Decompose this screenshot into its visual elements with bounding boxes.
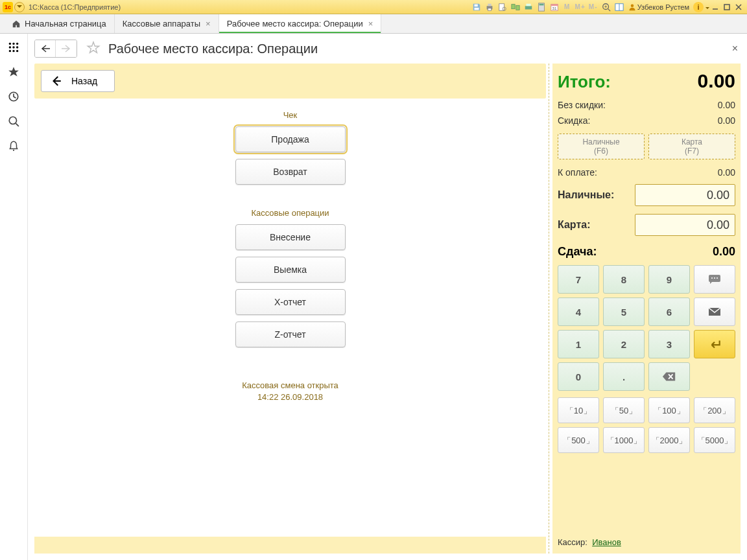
denom-100[interactable]: ⌜100⌟ (648, 397, 690, 423)
window-title: 1С:Касса (1С:Предприятие) (29, 3, 121, 11)
key-1[interactable]: 1 (558, 330, 599, 358)
calculator-icon[interactable] (536, 1, 547, 13)
svg-point-37 (9, 117, 16, 124)
key-7[interactable]: 7 (558, 265, 599, 294)
app-logo-icon: 1c (3, 2, 13, 12)
preview-icon[interactable] (497, 1, 508, 13)
cashier-link[interactable]: Иванов (592, 537, 621, 547)
sale-button[interactable]: Продажа (235, 126, 346, 152)
denom-5000[interactable]: ⌜5000⌟ (694, 427, 735, 453)
svg-rect-4 (488, 8, 491, 10)
key-comment[interactable] (694, 265, 735, 294)
tab-registers[interactable]: Кассовые аппараты × (115, 14, 219, 33)
nav-forward-button[interactable] (56, 40, 77, 57)
numpad: 7 8 9 4 5 6 1 2 3 0 . (558, 265, 735, 391)
card-payment-button[interactable]: Карта(F7) (648, 134, 735, 159)
denom-500[interactable]: ⌜500⌟ (558, 427, 599, 453)
return-button[interactable]: Возврат (235, 159, 346, 185)
nav-back-button[interactable] (35, 40, 56, 57)
back-button[interactable]: Назад (41, 70, 115, 92)
printer2-icon[interactable] (523, 1, 534, 13)
shift-status: Кассовая смена открыта (242, 380, 338, 391)
key-8[interactable]: 8 (603, 265, 645, 294)
denom-1000[interactable]: ⌜1000⌟ (603, 427, 645, 453)
svg-point-27 (9, 43, 11, 45)
tab-home-label: Начальная страница (25, 19, 106, 29)
tab-cashier-ops[interactable]: Рабочее место кассира: Операции × (219, 14, 382, 33)
tab-close-icon[interactable]: × (206, 19, 211, 29)
calendar-icon[interactable]: 31 (549, 1, 560, 13)
calc-mminus[interactable]: M- (587, 1, 599, 13)
close-button[interactable] (733, 1, 744, 13)
save-icon[interactable] (471, 1, 482, 13)
deposit-button[interactable]: Внесение (235, 224, 346, 250)
tab-close-icon[interactable]: × (368, 19, 374, 29)
top-band: Назад (34, 64, 546, 99)
key-3[interactable]: 3 (648, 330, 690, 358)
favorite-star-icon[interactable] (86, 41, 102, 56)
tab-registers-label: Кассовые аппараты (123, 19, 200, 29)
operations-list: Чек Продажа Возврат Кассовые операции Вн… (34, 99, 546, 537)
denominations-row1: ⌜10⌟ ⌜50⌟ ⌜100⌟ ⌜200⌟ (558, 397, 735, 423)
cash-payment-button[interactable]: Наличные(F6) (558, 134, 645, 159)
key-backspace[interactable] (648, 362, 690, 391)
history-icon[interactable] (6, 89, 21, 104)
total-row: Итого: 0.00 (558, 70, 735, 92)
svg-rect-7 (512, 4, 515, 8)
page-close-button[interactable]: × (732, 43, 738, 54)
zreport-button[interactable]: Z-отчет (235, 321, 346, 347)
panels-icon[interactable] (613, 1, 625, 13)
denominations-row2: ⌜500⌟ ⌜1000⌟ ⌜2000⌟ ⌜5000⌟ (558, 427, 735, 453)
nav-buttons (34, 40, 77, 58)
cashops-section-label: Кассовые операции (251, 208, 329, 218)
app-menu-dropdown[interactable] (14, 2, 25, 12)
card-input[interactable] (635, 214, 735, 236)
key-0[interactable]: 0 (558, 362, 599, 391)
svg-rect-24 (724, 5, 729, 10)
page-title: Рабочее место кассира: Операции (108, 41, 318, 56)
key-2[interactable]: 2 (603, 330, 645, 358)
denom-2000[interactable]: ⌜2000⌟ (648, 427, 690, 453)
svg-point-31 (12, 46, 14, 48)
maximize-button[interactable] (721, 1, 733, 13)
calc-m[interactable]: M (562, 1, 573, 13)
info-dropdown[interactable] (705, 3, 709, 11)
key-dot[interactable]: . (603, 362, 645, 391)
svg-point-41 (711, 277, 713, 279)
print-icon[interactable] (484, 1, 495, 13)
svg-point-34 (12, 50, 14, 52)
denom-50[interactable]: ⌜50⌟ (603, 397, 645, 423)
key-mail[interactable] (694, 298, 735, 326)
key-6[interactable]: 6 (648, 298, 690, 326)
change-label: Сдача: (558, 245, 597, 259)
menu-grid-icon[interactable] (6, 40, 21, 54)
tab-cashier-ops-label: Рабочее место кассира: Операции (227, 19, 363, 29)
xreport-button[interactable]: X-отчет (235, 289, 346, 315)
key-5[interactable]: 5 (603, 298, 645, 326)
window-titlebar: 1c 1С:Касса (1С:Предприятие) 31 M M+ M- … (0, 0, 747, 14)
minimize-button[interactable] (709, 1, 721, 13)
info-icon[interactable]: i (693, 2, 704, 12)
notifications-icon[interactable] (6, 139, 21, 153)
key-9[interactable]: 9 (648, 265, 690, 294)
search-icon[interactable] (6, 114, 21, 128)
cash-input[interactable] (635, 184, 735, 206)
calc-mplus[interactable]: M+ (575, 1, 586, 13)
shift-timestamp: 14:22 26.09.2018 (242, 391, 338, 403)
totals-panel: Итого: 0.00 Без скидки:0.00 Скидка:0.00 … (552, 64, 741, 554)
zoom-icon[interactable] (600, 1, 612, 13)
key-enter[interactable] (694, 330, 735, 358)
topay-value: 0.00 (718, 167, 735, 178)
shift-info: Кассовая смена открыта 14:22 26.09.2018 (242, 380, 338, 403)
tab-home[interactable]: Начальная страница (4, 14, 115, 33)
svg-rect-9 (525, 6, 532, 9)
svg-point-28 (12, 43, 14, 45)
operations-panel: Назад Чек Продажа Возврат Кассовые опера… (34, 64, 546, 554)
favorites-icon[interactable] (6, 65, 21, 79)
denom-200[interactable]: ⌜200⌟ (694, 397, 735, 423)
compare-icon[interactable] (510, 1, 521, 13)
user-label[interactable]: Узбеков Рустем (628, 3, 689, 11)
key-4[interactable]: 4 (558, 298, 599, 326)
withdraw-button[interactable]: Выемка (235, 257, 346, 283)
denom-10[interactable]: ⌜10⌟ (558, 397, 599, 423)
